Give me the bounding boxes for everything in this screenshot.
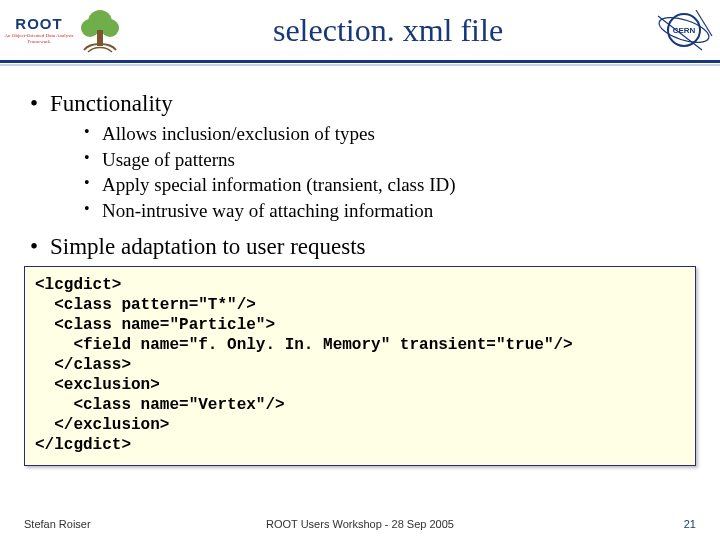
bullet-functionality-text: Functionality: [50, 91, 173, 116]
root-logo-text: ROOT: [15, 16, 62, 31]
sub-bullet: Allows inclusion/exclusion of types: [84, 121, 692, 147]
slide-body: Functionality Allows inclusion/exclusion…: [0, 63, 720, 260]
slide-header: ROOT An Object-Oriented Data Analysis Fr…: [0, 0, 720, 63]
svg-point-2: [101, 19, 119, 37]
tree-icon: [76, 6, 124, 54]
cern-logo-text: CERN: [673, 26, 696, 35]
sub-bullet: Apply special information (transient, cl…: [84, 172, 692, 198]
slide-title: selection. xml file: [124, 12, 652, 49]
slide-footer: Stefan Roiser ROOT Users Workshop - 28 S…: [0, 508, 720, 530]
svg-point-1: [81, 19, 99, 37]
cern-logo: CERN: [652, 6, 716, 54]
bullet-functionality: Functionality Allows inclusion/exclusion…: [28, 91, 692, 224]
top-bullet-list: Functionality Allows inclusion/exclusion…: [28, 91, 692, 260]
root-logo-subtitle: An Object-Oriented Data Analysis Framewo…: [4, 33, 74, 44]
footer-event: ROOT Users Workshop - 28 Sep 2005: [0, 518, 720, 530]
bullet-simple-adaptation: Simple adaptation to user requests: [28, 234, 692, 260]
root-logo: ROOT An Object-Oriented Data Analysis Fr…: [4, 6, 74, 54]
slide: ROOT An Object-Oriented Data Analysis Fr…: [0, 0, 720, 540]
sub-bullet: Usage of patterns: [84, 147, 692, 173]
footer-page-number: 21: [684, 518, 696, 530]
sub-bullet-list: Allows inclusion/exclusion of types Usag…: [84, 121, 692, 224]
sub-bullet: Non-intrusive way of attaching informati…: [84, 198, 692, 224]
code-block: <lcgdict> <class pattern="T*"/> <class n…: [24, 266, 696, 466]
